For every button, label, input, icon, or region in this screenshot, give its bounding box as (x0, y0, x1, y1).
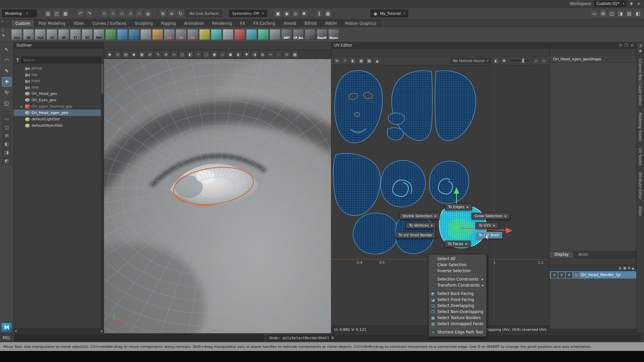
hypershade-pane-icon[interactable]: ◨ (616, 9, 625, 17)
undo-icon[interactable]: ↶ (76, 9, 85, 17)
outliner-item[interactable]: Ori_Head_xgen_geo (14, 110, 104, 116)
shelf-button[interactable]: HE (187, 29, 198, 40)
shelf-button[interactable]: RandS (317, 29, 327, 40)
context-menu-item[interactable]: ▨ Select Unmapped Faces ▶ (429, 321, 486, 327)
context-menu-item[interactable]: Transform Constraints ▶ (429, 282, 486, 288)
shelf-button[interactable] (270, 29, 280, 40)
shelf-button[interactable]: FN (164, 29, 175, 40)
shelf-button[interactable] (105, 29, 116, 40)
shelf-button[interactable]: NE (23, 29, 34, 40)
four-pane-layout[interactable]: ⊞ (2, 132, 11, 139)
toolbar-divider[interactable] (269, 9, 272, 18)
pixel-snap-icon[interactable]: ⌗ (341, 57, 348, 64)
shelf-button[interactable] (152, 29, 163, 40)
ipr-render-icon[interactable]: ◎ (291, 9, 300, 17)
uv-editor-title[interactable]: UV Editor (331, 42, 549, 49)
context-menu-item[interactable]: Select All ▶ (429, 256, 486, 262)
render-settings-icon[interactable]: ✱ (300, 9, 308, 17)
shelf-tab[interactable]: Poly Modeling (35, 20, 69, 27)
render-layer-pane-icon[interactable]: ▤ (625, 9, 633, 17)
dock-snapshot-icon[interactable]: ◔ (639, 44, 642, 48)
command-input[interactable] (14, 334, 264, 342)
shelf-button[interactable] (223, 29, 233, 40)
render-current-frame-icon[interactable]: ◉ (283, 9, 291, 17)
grid-icon[interactable]: ⊞ (162, 51, 170, 58)
shelf-gear-icon[interactable]: ✱ (2, 34, 5, 37)
select-tool[interactable]: ↖ (2, 45, 11, 54)
context-menu-item[interactable]: ◩ Select Back-Facing ▶ (429, 291, 486, 297)
toolbar-divider[interactable] (224, 9, 227, 18)
menu-set-selector[interactable]: Modeling▾ (2, 9, 37, 17)
shelf-button[interactable]: CP_ALL (293, 29, 304, 40)
motion-blur-icon[interactable]: ≈ (267, 51, 274, 58)
workspace-gear-icon[interactable]: ✱ (629, 1, 634, 6)
layer-editor-tab[interactable]: Display (550, 251, 574, 258)
toolbar-divider[interactable] (96, 9, 98, 18)
make-live-icon[interactable]: ◍ (144, 9, 152, 17)
pane-layout-icon[interactable]: ◫ (608, 9, 616, 17)
outliner-item[interactable]: Ori_xgen_Dummy_grp (14, 103, 104, 110)
gate-mask-icon[interactable]: ◧ (186, 51, 194, 58)
shelf-button[interactable] (211, 29, 222, 40)
single-pane-layout[interactable]: ▭ (2, 115, 11, 122)
shade-uvs-icon[interactable]: ◧ (350, 57, 357, 64)
snap-point-icon[interactable]: ∩ (118, 9, 126, 17)
uv-snapshot-icon[interactable]: ◔ (619, 43, 622, 48)
search-input[interactable] (21, 57, 102, 63)
shelf-button[interactable]: CP (47, 29, 57, 40)
shelf-tab[interactable]: FX (236, 20, 249, 27)
bookmarks-icon[interactable]: ◆ (130, 51, 138, 58)
shelf-button[interactable]: MAT (94, 29, 104, 40)
uv-grid-icon[interactable]: ⊞ (333, 57, 340, 64)
mm-to-edges[interactable]: To Edges▶ (445, 204, 472, 210)
shelf-button[interactable] (305, 29, 316, 40)
workspace-selector[interactable]: Custom 01*▾ (594, 1, 627, 7)
shape-node-name[interactable]: Ori_Head_xgen_geoShape (550, 56, 636, 63)
uv-shell-neck-a[interactable] (353, 213, 398, 254)
mm-shrink-selection[interactable]: Shrink Selection▶ (399, 213, 440, 219)
shelf-button[interactable]: AMT (281, 29, 292, 40)
hypershade-persp-layout[interactable]: ◨ (2, 148, 11, 156)
safe-action-icon[interactable]: □ (203, 51, 210, 58)
shelf-button[interactable]: RT (82, 29, 93, 40)
move-tool[interactable]: ✚ (2, 77, 11, 86)
layer-visible-toggle[interactable]: V (551, 272, 557, 278)
viewport-canvas[interactable]: persp (104, 59, 331, 333)
filter-icon[interactable] (16, 58, 19, 62)
shelf-button[interactable] (129, 29, 140, 40)
context-menu-item[interactable]: ▦ Select Texture Borders ▶ (429, 315, 486, 321)
shelf-tab[interactable]: Curves / Surfaces (89, 20, 130, 27)
shelf-tab[interactable]: MASH (321, 20, 341, 27)
workspace-menu-icon[interactable]: ≡ (636, 1, 641, 6)
snap-curve-icon[interactable]: ∩ (109, 9, 117, 17)
render-view-icon[interactable]: ▣ (274, 9, 282, 17)
two-d-pan-zoom-icon[interactable]: ⇄ (146, 51, 154, 58)
pause-viewport-icon[interactable]: ∥ (315, 9, 323, 17)
shelf-button[interactable] (234, 29, 245, 40)
textured-icon[interactable]: ◐ (235, 51, 242, 58)
layer-playback-toggle[interactable]: P (558, 272, 565, 278)
outliner-item[interactable]: persp (14, 65, 104, 71)
dock-tab[interactable]: XGen (638, 203, 642, 220)
single-pane-icon[interactable]: ▭ (590, 9, 598, 17)
layer-editor-hscrollbar[interactable] (550, 329, 636, 333)
toolbar-divider[interactable] (72, 9, 74, 18)
redo-icon[interactable]: ↷ (85, 9, 93, 17)
shelf-tab[interactable]: Motion Graphics (341, 20, 380, 27)
rotate-tool[interactable]: ↻ (2, 88, 11, 97)
dim-image-icon[interactable]: ◐ (492, 57, 499, 64)
camera-attributes-icon[interactable]: ▤ (122, 51, 129, 58)
shelf-button[interactable] (258, 29, 269, 40)
shelf-tab[interactable]: Sculpting (131, 20, 157, 27)
shelf-menu-icon[interactable]: ▾ (1, 19, 3, 23)
input-connections-icon[interactable]: ≣ (159, 9, 167, 17)
snap-grid-icon[interactable]: ∩ (100, 9, 108, 17)
four-pane-icon[interactable]: ⊞ (599, 9, 607, 17)
shadows-icon[interactable]: ◑ (251, 51, 258, 58)
outliner-item[interactable]: side (14, 84, 104, 90)
mm-grow-selection[interactable]: Grow Selection▶ (472, 213, 510, 219)
mm-to-uvs[interactable]: To UVs▶ (476, 222, 498, 229)
isolate-select-icon[interactable]: ⊡ (283, 51, 290, 58)
mm-to-uv-shell-border[interactable]: To UV Shell Border (395, 232, 435, 238)
shelf-tab[interactable]: Rigging (157, 20, 180, 27)
